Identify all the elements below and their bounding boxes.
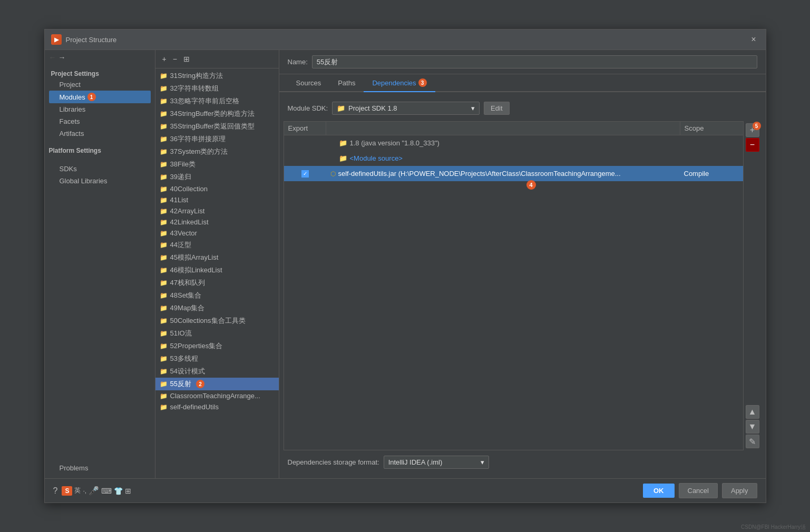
list-item[interactable]: 📁47栈和队列	[155, 277, 279, 289]
folder-icon: 📁	[160, 304, 168, 312]
copy-module-button[interactable]: ⊞	[181, 53, 192, 65]
dialog-title: Project Structure	[66, 36, 117, 44]
sdk-folder-icon: 📁	[337, 104, 345, 112]
list-item[interactable]: 📁37System类的方法	[155, 145, 279, 158]
dependencies-area: Export Scope 📁 1.8 (java versio	[284, 121, 762, 450]
forward-button[interactable]: →	[58, 53, 66, 62]
ime-bar: S 英 ·, 🎤 ⌨ 👕 ⊞	[62, 486, 131, 496]
title-bar-left: ▶ Project Structure	[51, 34, 117, 45]
dependencies-badge: 3	[418, 78, 427, 87]
source-folder-icon: 📁	[339, 154, 347, 162]
folder-icon: 📁	[160, 97, 168, 105]
watermark: CSDN@FBI HackerHarry活	[741, 524, 806, 531]
apply-button[interactable]: Apply	[722, 483, 757, 498]
move-down-button[interactable]: ▼	[746, 420, 759, 434]
folder-icon: 📁	[160, 123, 168, 130]
tab-dependencies[interactable]: Dependencies 3	[364, 74, 435, 92]
list-item[interactable]: 📁ClassroomTeachingArrange...	[155, 390, 279, 401]
add-module-button[interactable]: +	[160, 53, 169, 65]
folder-icon: 📁	[160, 355, 168, 362]
folder-icon: 📁	[160, 208, 168, 215]
tab-paths[interactable]: Paths	[329, 75, 364, 92]
list-item[interactable]: 📁33忽略字符串前后空格	[155, 95, 279, 107]
list-item[interactable]: 📁36字符串拼接原理	[155, 133, 279, 145]
ime-mic: 🎤	[89, 486, 99, 496]
folder-icon: 📁	[160, 403, 168, 411]
export-checkbox[interactable]: ✓	[301, 170, 309, 178]
problems-section: Problems	[45, 458, 155, 478]
folder-icon: 📁	[160, 254, 168, 261]
table-body: 📁 1.8 (java version "1.8.0_333") 📁	[284, 135, 743, 450]
sidebar-item-facets[interactable]: Facets	[49, 115, 151, 127]
project-structure-dialog: ▶ Project Structure × ← → Project Settin…	[44, 29, 766, 503]
move-up-button[interactable]: ▲	[746, 405, 759, 419]
sidebar-item-project[interactable]: Project	[49, 78, 151, 91]
list-item[interactable]: 📁44泛型	[155, 239, 279, 251]
app-icon: ▶	[51, 34, 62, 45]
sidebar-item-sdks[interactable]: SDKs	[49, 163, 151, 175]
list-item[interactable]: 📁50Collections集合工具类	[155, 314, 279, 327]
list-item[interactable]: 📁46模拟LinkedList	[155, 264, 279, 277]
list-item[interactable]: 📁34StringBuffer类的构造方法	[155, 107, 279, 120]
list-item[interactable]: 📁42LinkedList	[155, 216, 279, 228]
folder-icon: 📁	[160, 380, 168, 388]
sdk-select[interactable]: 📁 Project SDK 1.8 ▾	[332, 102, 480, 115]
list-item[interactable]: 📁32字符串转数组	[155, 82, 279, 95]
title-bar: ▶ Project Structure ×	[45, 29, 766, 50]
folder-icon: 📁	[160, 279, 168, 287]
list-item[interactable]: 📁35StringBuffer类返回值类型	[155, 120, 279, 133]
main-content: ← → Project Settings Project Modules 1 L…	[45, 50, 766, 478]
list-item[interactable]: 📁43Vector	[155, 228, 279, 239]
list-item[interactable]: 📁38File类	[155, 158, 279, 171]
list-item[interactable]: 📁48Set集合	[155, 289, 279, 302]
list-item[interactable]: 📁51IO流	[155, 327, 279, 340]
sidebar-item-global-libraries[interactable]: Global Libraries	[49, 175, 151, 187]
jar-icon: ⬡	[330, 170, 336, 178]
name-label: Name:	[288, 58, 308, 66]
remove-dependency-button[interactable]: −	[746, 138, 759, 152]
sidebar-item-artifacts[interactable]: Artifacts	[49, 127, 151, 140]
list-item[interactable]: 📁49Map集合	[155, 302, 279, 314]
remove-module-button[interactable]: −	[170, 53, 180, 65]
cancel-button[interactable]: Cancel	[679, 483, 718, 498]
list-item[interactable]: 📁54设计模式	[155, 365, 279, 378]
folder-icon: 📁	[160, 161, 168, 168]
list-item[interactable]: 📁45模拟ArrayList	[155, 251, 279, 264]
folder-icon: 📁	[160, 330, 168, 337]
col-export: Export	[284, 122, 326, 135]
list-item[interactable]: 📁self-definedUtils	[155, 401, 279, 412]
table-row-selected[interactable]: ✓ ⬡ self-definedUtils.jar (H:\POWER_NODE…	[284, 166, 743, 181]
list-item[interactable]: 📁39递归	[155, 171, 279, 183]
storage-select[interactable]: IntelliJ IDEA (.iml) ▾	[384, 456, 489, 469]
project-settings-section: Project Settings Project Modules 1 Libra…	[45, 63, 155, 142]
ok-button[interactable]: OK	[643, 484, 675, 498]
list-item[interactable]: 📁40Collection	[155, 183, 279, 194]
ime-grid: ⊞	[125, 487, 131, 495]
module-list: 📁31String构造方法 📁32字符串转数组 📁33忽略字符串前后空格 📁34…	[155, 68, 279, 478]
close-button[interactable]: ×	[748, 34, 759, 45]
sidebar-item-libraries[interactable]: Libraries	[49, 103, 151, 115]
nav-arrows: ← →	[45, 50, 155, 63]
edit-sdk-button[interactable]: Edit	[484, 102, 509, 115]
edit-dependency-button[interactable]: ✎	[746, 435, 759, 448]
list-item-selected[interactable]: 📁 55反射 2	[155, 378, 279, 390]
list-item[interactable]: 📁31String构造方法	[155, 70, 279, 82]
list-item[interactable]: 📁52Properties集合	[155, 340, 279, 352]
right-panel: Name: Sources Paths Dependencies 3	[279, 50, 766, 478]
list-item[interactable]: 📁42ArrayList	[155, 205, 279, 216]
folder-icon: 📁	[160, 185, 168, 193]
folder-icon: 📁	[160, 219, 168, 226]
list-item[interactable]: 📁53多线程	[155, 352, 279, 365]
ime-keyboard: ⌨	[101, 487, 112, 495]
tab-sources[interactable]: Sources	[288, 75, 330, 92]
sidebar-item-problems[interactable]: Problems	[49, 462, 151, 474]
folder-icon: 📁	[160, 392, 168, 400]
table-row[interactable]: 📁 1.8 (java version "1.8.0_333")	[284, 135, 743, 151]
list-item[interactable]: 📁41List	[155, 194, 279, 205]
help-button[interactable]: ?	[53, 486, 58, 496]
name-input[interactable]	[312, 55, 757, 68]
back-button[interactable]: ←	[49, 53, 56, 62]
sidebar-item-modules[interactable]: Modules 1	[49, 91, 151, 103]
table-row[interactable]: 📁 <Module source>	[284, 151, 743, 166]
add-dependency-button[interactable]: + 5	[746, 123, 759, 137]
